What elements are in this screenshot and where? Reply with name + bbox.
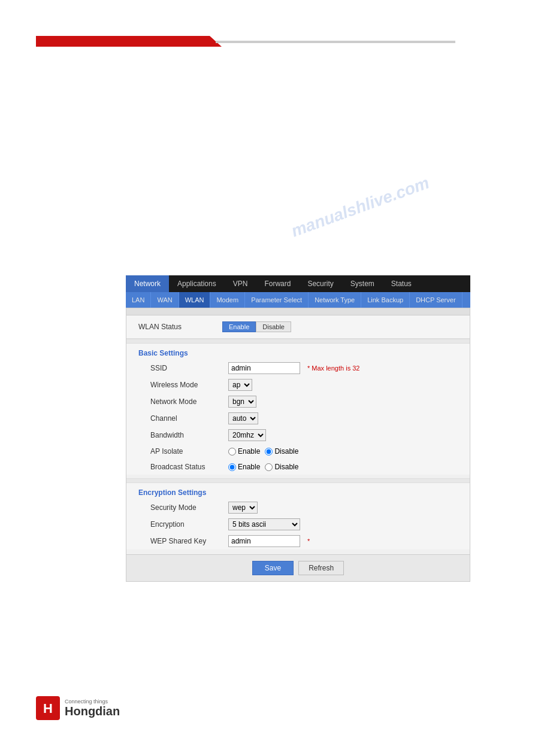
wep-key-hint: * <box>307 538 310 545</box>
wlan-status-row: WLAN Status Enable Disable <box>126 315 470 339</box>
nav-link-backup[interactable]: Link Backup <box>361 292 410 308</box>
content-area: WLAN Status Enable Disable Basic Setting… <box>126 308 470 582</box>
broadcast-disable-radio[interactable] <box>265 463 273 471</box>
form-row-wep-key: WEP Shared Key * <box>126 533 470 549</box>
select-wireless-mode[interactable]: ap <box>228 379 252 391</box>
nav-status[interactable]: Status <box>383 275 420 292</box>
secondary-nav: LAN WAN WLAN Modem Parameter Select Netw… <box>126 292 470 308</box>
ap-isolate-disable-radio[interactable] <box>265 448 273 456</box>
form-row-security-mode: Security Mode wep <box>126 499 470 516</box>
label-ap-isolate: AP Isolate <box>150 447 228 456</box>
broadcast-enable-label[interactable]: Enable <box>228 463 260 471</box>
value-broadcast-status: Enable Disable <box>228 463 298 471</box>
top-bar <box>36 36 535 47</box>
nav-network-type[interactable]: Network Type <box>309 292 361 308</box>
nav-forward[interactable]: Forward <box>256 275 299 292</box>
broadcast-disable-label[interactable]: Disable <box>265 463 298 471</box>
hongdian-logo-icon: H <box>36 696 60 720</box>
nav-dhcp-server[interactable]: DHCP Server <box>410 292 462 308</box>
label-security-mode: Security Mode <box>150 503 228 512</box>
save-button[interactable]: Save <box>252 561 294 575</box>
nav-parameter-select[interactable]: Parameter Select <box>245 292 309 308</box>
encryption-settings-title: Encryption Settings <box>138 488 206 497</box>
nav-security[interactable]: Security <box>299 275 341 292</box>
form-row-encryption: Encryption 5 bits ascii <box>126 516 470 533</box>
encryption-settings-header: Encryption Settings <box>126 483 470 499</box>
nav-vpn[interactable]: VPN <box>225 275 256 292</box>
form-row-bandwidth: Bandwidth 20mhz <box>126 427 470 444</box>
input-ssid[interactable] <box>228 362 300 374</box>
form-row-ap-isolate: AP Isolate Enable Disable <box>126 444 470 459</box>
wlan-disable-button[interactable]: Disable <box>256 321 291 332</box>
gray-bar <box>126 308 470 315</box>
nav-modem[interactable]: Modem <box>210 292 245 308</box>
label-channel: Channel <box>150 414 228 423</box>
wlan-enable-button[interactable]: Enable <box>222 321 256 332</box>
ap-isolate-disable-label[interactable]: Disable <box>265 447 298 456</box>
value-bandwidth: 20mhz <box>228 429 266 441</box>
label-broadcast-status: Broadcast Status <box>150 463 228 471</box>
select-channel[interactable]: auto <box>228 412 258 424</box>
broadcast-enable-radio[interactable] <box>228 463 236 471</box>
nav-applications[interactable]: Applications <box>169 275 225 292</box>
top-bar-gray <box>216 41 455 43</box>
wlan-status-buttons: Enable Disable <box>222 321 291 332</box>
select-network-mode[interactable]: bgn <box>228 396 256 408</box>
nav-lan[interactable]: LAN <box>126 292 151 308</box>
value-network-mode: bgn <box>228 396 256 408</box>
value-wireless-mode: ap <box>228 379 252 391</box>
value-channel: auto <box>228 412 258 424</box>
basic-settings-title: Basic Settings <box>138 349 188 357</box>
top-bar-red <box>36 36 222 47</box>
refresh-button[interactable]: Refresh <box>298 561 344 575</box>
select-encryption[interactable]: 5 bits ascii <box>228 518 300 530</box>
value-ap-isolate: Enable Disable <box>228 447 298 456</box>
select-bandwidth[interactable]: 20mhz <box>228 429 266 441</box>
nav-wan[interactable]: WAN <box>151 292 179 308</box>
nav-system[interactable]: System <box>342 275 383 292</box>
label-bandwidth: Bandwidth <box>150 431 228 439</box>
logo-text-area: Connecting things Hongdian <box>65 699 120 718</box>
logo-brand: Hongdian <box>65 705 120 718</box>
ap-isolate-enable-radio[interactable] <box>228 448 236 456</box>
label-ssid: SSID <box>150 364 228 372</box>
value-security-mode: wep <box>228 502 258 514</box>
basic-settings-divider <box>126 339 470 344</box>
form-row-network-mode: Network Mode bgn <box>126 393 470 410</box>
label-encryption: Encryption <box>150 520 228 529</box>
primary-nav: Network Applications VPN Forward Securit… <box>126 275 470 292</box>
label-wireless-mode: Wireless Mode <box>150 381 228 389</box>
label-wep-key: WEP Shared Key <box>150 537 228 545</box>
ssid-hint: * Max length is 32 <box>307 365 359 372</box>
value-encryption: 5 bits ascii <box>228 518 300 530</box>
nav-wlan[interactable]: WLAN <box>179 292 211 308</box>
form-row-ssid: SSID * Max length is 32 <box>126 360 470 377</box>
select-security-mode[interactable]: wep <box>228 502 258 514</box>
label-network-mode: Network Mode <box>150 397 228 406</box>
nav-network[interactable]: Network <box>126 275 169 292</box>
main-container: Network Applications VPN Forward Securit… <box>126 275 470 582</box>
form-row-channel: Channel auto <box>126 410 470 427</box>
bottom-logo: H Connecting things Hongdian <box>36 696 120 720</box>
ap-isolate-enable-label[interactable]: Enable <box>228 447 260 456</box>
wlan-status-label: WLAN Status <box>138 323 222 331</box>
footer-buttons: Save Refresh <box>126 554 470 581</box>
value-wep-key: * <box>228 535 310 547</box>
input-wep-key[interactable] <box>228 535 300 547</box>
watermark: manualshlive.com <box>289 173 432 241</box>
basic-settings-header: Basic Settings <box>126 344 470 360</box>
svg-text:H: H <box>43 701 53 716</box>
logo-tagline: Connecting things <box>65 699 120 705</box>
encryption-settings-divider <box>126 478 470 483</box>
form-row-wireless-mode: Wireless Mode ap <box>126 377 470 393</box>
value-ssid: * Max length is 32 <box>228 362 359 374</box>
form-row-broadcast-status: Broadcast Status Enable Disable <box>126 459 470 475</box>
